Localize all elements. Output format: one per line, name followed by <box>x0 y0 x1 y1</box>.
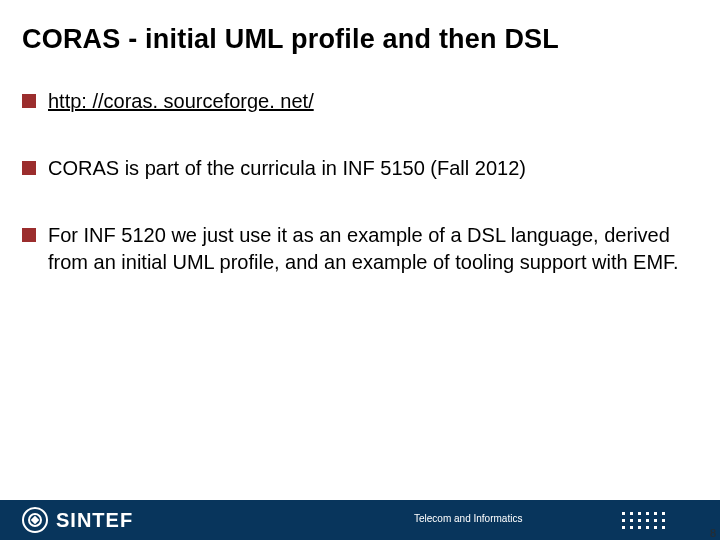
coras-link[interactable]: http: //coras. sourceforge. net/ <box>48 88 314 115</box>
slide-body: http: //coras. sourceforge. net/ CORAS i… <box>22 88 690 316</box>
bullet-icon <box>22 228 36 242</box>
bullet-icon <box>22 94 36 108</box>
sintef-logo: SINTEF <box>22 507 133 533</box>
dot-grid-icon <box>622 512 665 529</box>
page-number: 8 <box>710 527 716 539</box>
logo-text: SINTEF <box>56 509 133 532</box>
item-text: For INF 5120 we just use it as an exampl… <box>48 222 690 276</box>
list-item: For INF 5120 we just use it as an exampl… <box>22 222 690 276</box>
footer-label: Telecom and Informatics <box>414 513 522 524</box>
logo-mark-icon <box>22 507 48 533</box>
slide-title: CORAS - initial UML profile and then DSL <box>22 24 559 55</box>
slide: CORAS - initial UML profile and then DSL… <box>0 0 720 540</box>
list-item: CORAS is part of the curricula in INF 51… <box>22 155 690 182</box>
item-text: CORAS is part of the curricula in INF 51… <box>48 155 526 182</box>
bullet-icon <box>22 161 36 175</box>
list-item: http: //coras. sourceforge. net/ <box>22 88 690 115</box>
footer-bar: SINTEF Telecom and Informatics <box>0 500 720 540</box>
